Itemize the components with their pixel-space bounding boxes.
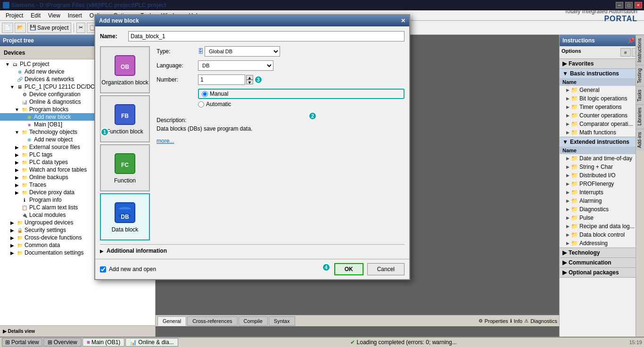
addinfo-arrow-icon: ▶ [100,248,104,254]
automatic-label: Automatic [206,101,231,107]
block-type-db[interactable]: DB Data block [100,193,150,240]
dialog-name-row: Name: [100,31,405,41]
number-label: Number: [157,76,194,83]
svg-text:FC: FC [121,162,129,168]
db-type-icon: 🗄 [198,48,204,55]
add-block-dialog: Add new block ✕ Name: OB [94,14,410,280]
svg-text:FB: FB [121,113,129,119]
block-type-fc[interactable]: FC Function [100,144,150,191]
svg-text:OB: OB [121,64,129,70]
db-icon: DB [113,201,137,224]
block-type-ob[interactable]: OB Organization block [100,46,150,93]
ok-button[interactable]: OK [334,263,363,275]
fc-label: Function [114,177,136,184]
fc-icon: FC [113,152,137,175]
number-row: Number: ▲ ▼ 3 [157,74,405,85]
number-spinner: ▲ ▼ [246,75,253,84]
type-select[interactable]: Global DB Instance DB [205,46,280,57]
manual-label: Manual [210,91,228,97]
type-label: Type: [157,48,194,55]
footer-right: 4 OK Cancel [322,263,405,275]
modal-overlay: Add new block ✕ Name: OB [0,0,644,347]
name-input[interactable] [128,31,405,41]
addinfo-label: Additional information [107,248,167,254]
language-select[interactable]: DB [198,60,273,71]
automatic-radio[interactable] [198,101,204,107]
footer-left: Add new and open [100,266,156,273]
dialog-body: Name: OB Organization block [95,26,409,259]
language-label: Language: [157,62,194,69]
name-label: Name: [100,33,128,40]
manual-radio-container[interactable]: Manual [198,89,405,99]
fb-icon: FB [113,103,137,126]
description-label: Description: [157,117,405,124]
add-open-checkbox[interactable] [100,266,106,273]
step3-badge: 3 [254,75,263,84]
dialog-right: Type: 🗄 Global DB Instance DB Language: [157,46,405,240]
ob-label: Organization block [101,79,148,86]
automatic-radio-container[interactable]: Automatic [198,101,405,107]
number-up-button[interactable]: ▲ [246,75,253,80]
more-link[interactable]: more... [157,138,405,144]
step4-badge: 4 [322,263,330,272]
dialog-titlebar: Add new block ✕ [95,15,409,26]
step2-badge: 2 [308,112,317,120]
number-input[interactable] [198,74,245,85]
step1-badge-container: 1 [100,128,109,136]
fb-label: Function block [107,128,143,135]
description-text: Data blocks (DBs) save program data. [157,125,405,132]
block-types-panel: OB Organization block FB F [100,46,152,240]
ob-icon: OB [113,54,137,77]
type-row: Type: 🗄 Global DB Instance DB [157,46,405,57]
db-label: Data block [112,226,139,233]
add-open-label: Add new and open [109,266,156,273]
cancel-button[interactable]: Cancel [367,263,405,275]
step2-badge-container: 2 [308,112,317,120]
additional-info[interactable]: ▶ Additional information [100,244,405,254]
dialog-main: OB Organization block FB F [100,46,405,240]
manual-radio[interactable] [202,91,208,97]
number-down-button[interactable]: ▼ [246,80,253,84]
dialog-footer: Add new and open 4 OK Cancel [95,259,409,279]
language-row: Language: DB [157,60,405,71]
dialog-close-icon[interactable]: ✕ [401,17,405,24]
radio-group: Manual Automatic [157,89,405,107]
dialog-title: Add new block [99,17,139,24]
description-area: Description: Data blocks (DBs) save prog… [157,115,405,132]
svg-text:DB: DB [121,214,129,220]
step1-badge: 1 [100,128,109,136]
